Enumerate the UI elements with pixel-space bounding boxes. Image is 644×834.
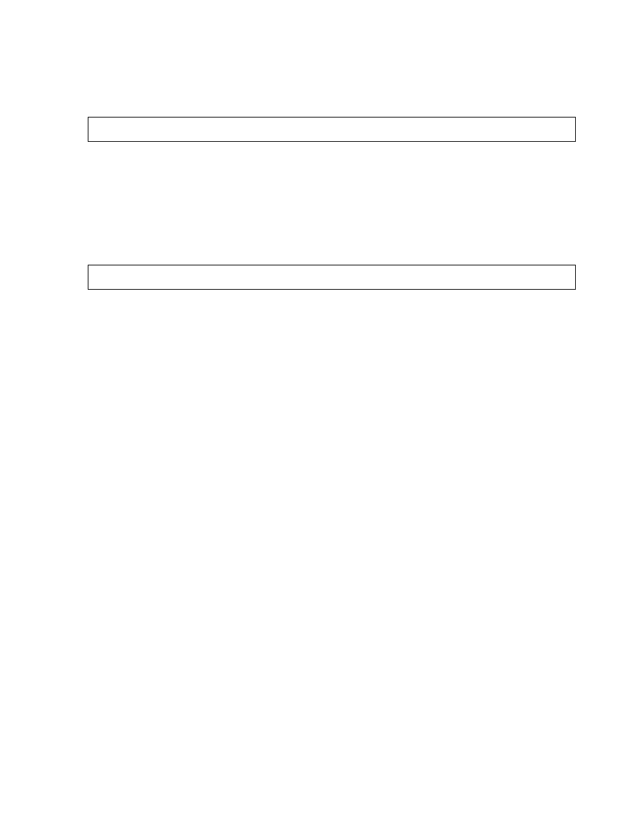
rectangle-box — [88, 117, 576, 142]
rectangle-box — [88, 265, 576, 290]
